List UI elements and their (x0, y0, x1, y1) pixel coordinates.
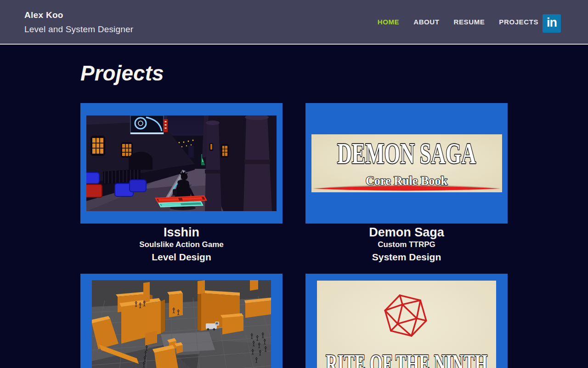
cover-title-text: RITE OF THE NINTH (326, 350, 487, 368)
red-sign (164, 119, 168, 132)
rite-of-the-ninth-cover: RITE OF THE NINTH (317, 281, 496, 368)
project-blockout-thumbnail[interactable] (80, 274, 283, 368)
site-identity: Alex Koo Level and System Designer (24, 10, 133, 34)
nav-home[interactable]: HOME (378, 18, 399, 26)
neon-sign (130, 115, 164, 134)
project-card-rite-of-the-ninth: RITE OF THE NINTH (305, 274, 508, 368)
nav-projects[interactable]: PROJECTS (499, 18, 538, 26)
main-nav: HOME ABOUT RESUME PROJECTS (378, 0, 538, 44)
project-rite-thumbnail[interactable]: RITE OF THE NINTH (305, 274, 508, 368)
projects-page: Projects (80, 61, 508, 368)
project-demon-saga-caption: Demon Saga Custom TTRPG System Design (305, 225, 508, 274)
blockout-level-image (92, 280, 271, 368)
project-title: Demon Saga (305, 225, 508, 240)
site-owner-name: Alex Koo (24, 10, 133, 20)
site-owner-title: Level and System Designer (24, 24, 133, 34)
project-card-isshin: Isshin Soulslike Action Game Level Desig… (80, 103, 283, 274)
project-isshin-caption: Isshin Soulslike Action Game Level Desig… (80, 225, 283, 274)
project-card-demon-saga: DEMON SAGA Core Rule Book Demon Saga Cus… (305, 103, 508, 274)
project-role: Level Design (80, 251, 283, 263)
banner-title-text: DEMON SAGA (337, 137, 476, 170)
nav-about[interactable]: ABOUT (413, 18, 439, 26)
project-card-blockout (80, 274, 283, 368)
project-subtitle: Custom TTRPG (305, 240, 508, 250)
projects-grid: Isshin Soulslike Action Game Level Desig… (80, 103, 508, 368)
site-header: Alex Koo Level and System Designer HOME … (0, 0, 588, 45)
linkedin-icon-glyph: in (547, 17, 557, 29)
project-title: Isshin (80, 225, 283, 240)
project-isshin-thumbnail[interactable] (80, 103, 283, 224)
demon-saga-banner: DEMON SAGA Core Rule Book (311, 134, 502, 192)
isshin-gameplay-image (86, 115, 277, 211)
project-role: System Design (305, 251, 508, 263)
page-title: Projects (80, 61, 508, 86)
linkedin-icon[interactable]: in (543, 14, 561, 33)
project-subtitle: Soulslike Action Game (80, 240, 283, 250)
project-demon-saga-thumbnail[interactable]: DEMON SAGA Core Rule Book (305, 103, 508, 224)
nav-resume[interactable]: RESUME (454, 18, 485, 26)
